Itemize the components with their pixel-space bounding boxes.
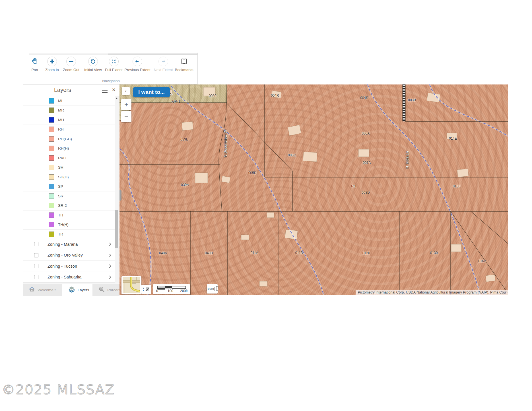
legend-swatch	[49, 146, 54, 151]
graph-icon	[145, 286, 150, 293]
overview-map[interactable]	[121, 276, 141, 294]
row-divider	[104, 273, 104, 282]
legend-scrollbar-thumb[interactable]	[115, 210, 118, 248]
collapse-panel-button[interactable]: ‹	[122, 87, 130, 95]
legend-swatch	[49, 155, 54, 161]
legend-swatch	[49, 193, 54, 199]
layer-checkbox[interactable]	[34, 275, 38, 279]
full-extent-button[interactable]: Full Extent	[101, 57, 126, 80]
scroll-up-icon[interactable]	[116, 98, 118, 99]
previous-extent-icon	[133, 57, 142, 66]
layer-checkbox[interactable]	[34, 264, 38, 268]
layer-group-row[interactable]: Zoning - Oro Valley	[23, 250, 119, 261]
y-coord-label: Y	[143, 290, 144, 292]
tab-welcome-label: Welcome t...	[38, 288, 59, 292]
legend-swatch	[49, 222, 54, 227]
legend-code: ML	[58, 99, 63, 103]
legend-code: SR	[58, 194, 63, 198]
map-zoom-in-button[interactable]: +	[121, 99, 131, 110]
chevron-right-icon[interactable]	[107, 241, 113, 247]
parcel-label: 015F	[453, 184, 460, 188]
layer-group-label: Zoning - Sahuarita	[48, 275, 81, 279]
legend-swatch	[49, 232, 54, 237]
previous-extent-label: Previous Extent	[124, 68, 150, 72]
legend-code: RH(GC)	[58, 137, 72, 141]
zoning-group-list: Zoning - Marana Zoning - Oro Valley Zoni…	[23, 239, 119, 283]
tab-parcels[interactable]: Parcels	[92, 284, 123, 296]
street-label: N Tuba Ln	[405, 151, 409, 169]
layer-checkbox[interactable]	[34, 253, 38, 257]
parcel-label: 040B	[205, 251, 213, 255]
pan-label: Pan	[31, 68, 38, 72]
legend-row: MR	[23, 106, 119, 115]
parcel-overlay	[119, 84, 508, 295]
layers-icon	[68, 286, 75, 294]
layer-group-row[interactable]: Zoning - Tucson	[23, 261, 119, 272]
map-attribution: Pictometry International Corp. USDA Nati…	[356, 290, 508, 295]
zoom-out-label: Zoom Out	[63, 68, 79, 72]
bookmarks-icon	[179, 57, 189, 66]
parcel-label: 014E	[449, 137, 457, 141]
map-viewport[interactable]: 90GR-10080004R004S003B039B006A014E005C00…	[119, 84, 508, 295]
layer-checkbox[interactable]	[34, 242, 38, 246]
legend-row: RH(H)	[23, 144, 119, 154]
scale-end-label: 200ft	[180, 289, 188, 293]
legend-swatch	[49, 165, 54, 170]
legend-swatch	[49, 136, 54, 142]
legend-code: RVC	[58, 156, 66, 160]
parcel-label: 004S	[360, 96, 368, 100]
chevron-left-icon: ‹	[125, 88, 127, 94]
mls-watermark: ©2025 MLSSAZ	[2, 382, 115, 397]
chevron-right-icon[interactable]	[107, 263, 113, 269]
initial-view-icon	[88, 57, 98, 66]
parcel-label: GR-1	[172, 100, 180, 104]
legend-row: SH(H)	[23, 172, 119, 182]
close-icon[interactable]: ✕	[111, 87, 117, 93]
map-zoom-out-button[interactable]: −	[121, 111, 131, 122]
chevron-right-icon[interactable]	[107, 274, 113, 280]
layer-group-label: Zoning - Oro Valley	[48, 253, 83, 257]
panel-menu-icon[interactable]	[101, 88, 108, 93]
parcel-label: 0120	[362, 251, 370, 255]
parcel-label: 016A	[478, 259, 486, 263]
legend-row: TR	[23, 230, 119, 239]
layers-panel: Layers ✕ ML MR MU RH RH	[23, 84, 119, 296]
legend-swatch	[49, 212, 54, 218]
parcel-label: 0080	[209, 94, 216, 98]
scale-bar-graphic	[157, 286, 186, 289]
panel-resize-handle[interactable]	[119, 190, 121, 201]
legend-row: TH	[23, 210, 119, 220]
layer-group-label: Zoning - Marana	[48, 242, 78, 247]
legend-row: SR-2	[23, 201, 119, 211]
previous-extent-button[interactable]: Previous Extent	[125, 57, 150, 80]
panel-tab-bar: Welcome t... Layers Parcels	[23, 284, 119, 296]
i-want-to-button[interactable]: I want to...	[133, 87, 170, 97]
layer-group-row[interactable]: Zoning - Marana	[23, 239, 119, 250]
toolbar-scrollbar-thumb[interactable]	[108, 53, 198, 55]
scale-ratio-value: 1:500	[207, 287, 215, 291]
legend-code: SP	[58, 184, 63, 189]
legend-code: TH	[58, 213, 63, 217]
pan-hand-icon	[30, 57, 40, 66]
toolbar-group-label: Navigation	[91, 79, 131, 83]
bookmarks-button[interactable]: Bookmarks	[172, 57, 197, 80]
tab-layers-label: Layers	[78, 288, 89, 292]
gis-viewer-page: Pan Zoom In Zoom Out Initial View Full E	[0, 0, 532, 411]
tab-parcels-label: Parcels	[107, 288, 120, 292]
next-extent-label: Next Extent	[154, 68, 173, 72]
tab-welcome[interactable]: Welcome t...	[23, 284, 62, 296]
home-icon	[28, 286, 35, 294]
legend-swatch	[49, 108, 54, 113]
coordinates-button[interactable]: X Y	[141, 285, 151, 294]
parcel-label: 039B	[180, 137, 188, 141]
parcel-label: 005C	[288, 153, 296, 157]
legend-swatch	[49, 117, 54, 123]
chevron-right-icon[interactable]	[107, 252, 113, 259]
layer-group-row[interactable]: Zoning - Sahuarita	[23, 272, 119, 283]
scale-ratio-button[interactable]: 1:500	[207, 284, 218, 294]
legend-scrollbar[interactable]	[115, 96, 119, 283]
scale-mid-label: 100	[168, 289, 173, 293]
tab-layers[interactable]: Layers	[62, 284, 93, 296]
parcel-label: 006A	[362, 131, 370, 135]
zoom-out-button[interactable]: Zoom Out	[59, 57, 84, 80]
